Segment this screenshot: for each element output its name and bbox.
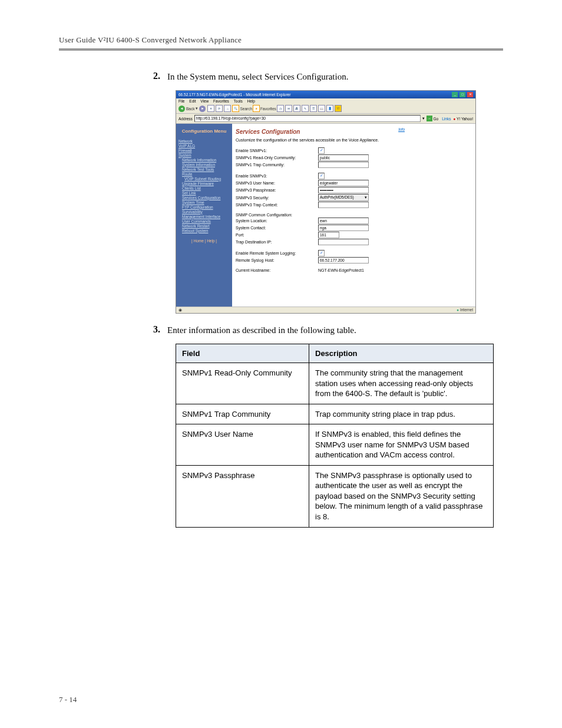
menu-help[interactable]: Help <box>247 99 255 103</box>
sidebar-item-firewall[interactable]: Firewall <box>178 149 230 153</box>
back-icon[interactable]: ◄ <box>178 106 185 112</box>
cell-desc: If SNMPv3 is enabled, this field defines… <box>309 424 494 466</box>
status-internet: ● Internet <box>457 308 473 312</box>
input-v3-trap[interactable] <box>318 202 369 208</box>
sidebar-item-sysinfo[interactable]: System Information <box>182 163 230 167</box>
menubar: File Edit View Favorites Tools Help <box>176 98 475 104</box>
edit-icon[interactable]: ✎ <box>302 105 309 112</box>
table-row: SNMPv1 Read-Only Community The community… <box>176 363 494 404</box>
favorites-icon[interactable]: ★ <box>253 105 260 112</box>
menu-favorites[interactable]: Favorites <box>213 99 229 103</box>
statusbar: ◉ ● Internet <box>176 307 475 313</box>
sidebar-item-clients[interactable]: Clients List <box>182 186 230 190</box>
yahoo-label[interactable]: ● Y! Yahoo! <box>453 117 473 121</box>
sidebar-item-systime[interactable]: System Time <box>182 200 230 205</box>
refresh-icon[interactable]: ⟳ <box>216 105 223 112</box>
input-trapip[interactable] <box>318 239 369 245</box>
table-row: SNMPv3 User Name If SNMPv3 is enabled, t… <box>176 424 494 466</box>
sidebar-item-voipalg[interactable]: VoIP ALG <box>178 144 230 148</box>
cell-field: SNMPv1 Trap Community <box>176 404 309 424</box>
sidebar-item-usercmd[interactable]: User Commands <box>182 219 230 223</box>
favorites-label[interactable]: Favorites <box>260 107 276 111</box>
input-v1-ro[interactable]: public <box>318 154 369 161</box>
sidebar-item-nettest[interactable]: Network Test Tools <box>182 167 230 172</box>
content-desc: Customize the configuration of the servi… <box>236 137 472 143</box>
close-icon[interactable]: ✕ <box>467 92 473 97</box>
minimize-icon[interactable]: _ <box>452 92 458 97</box>
titlebar: 66.52.177.5:NGT-EWN-EdgeProtect1 - Micro… <box>176 91 475 98</box>
menu-view[interactable]: View <box>200 99 209 103</box>
header-rule <box>59 48 503 51</box>
address-input[interactable]: http://63.198.179/cgi-bin/config?page=30 <box>194 115 421 122</box>
sidebar-item-netinfo[interactable]: Network Information <box>182 158 230 162</box>
mail-icon[interactable]: ✉ <box>285 105 292 112</box>
back-dropdown-icon[interactable]: ▾ <box>196 106 198 111</box>
page-header: User Guide V²IU 6400-S Converged Network… <box>59 35 503 45</box>
cell-desc: Trap community string place in trap pdus… <box>309 404 494 424</box>
address-label: Address <box>178 117 193 121</box>
address-dropdown-icon[interactable]: ▾ <box>422 116 425 121</box>
print-icon[interactable]: 🖶 <box>293 105 300 112</box>
th-desc: Description <box>309 344 494 363</box>
checkbox-enable-v3[interactable]: ✓ <box>318 173 325 179</box>
sidebar-item-voipsubnet[interactable]: VOIP Subnet Routing <box>184 177 230 181</box>
sidebar-item-route[interactable]: Route <box>182 172 230 176</box>
input-v3-user[interactable]: edgewater <box>318 180 369 186</box>
forward-icon[interactable]: ► <box>199 106 206 112</box>
yahoo-icon[interactable]: Y! <box>335 105 342 112</box>
maximize-icon[interactable]: □ <box>459 92 465 97</box>
input-v1-trap[interactable] <box>318 162 369 168</box>
content-area: Info Services Configuration Customize th… <box>232 124 475 307</box>
label-loc: System Location: <box>236 219 318 223</box>
sidebar-bottom-links[interactable]: | Home | Help | <box>178 239 230 243</box>
messenger-icon[interactable]: 👤 <box>326 105 333 112</box>
label-common: SNMP Common Configuration: <box>236 213 318 217</box>
input-v3-pass[interactable]: •••••••••• <box>318 187 369 193</box>
sidebar-item-services[interactable]: Services Configuration <box>182 196 230 200</box>
label-contact: System Contact: <box>236 226 318 230</box>
select-v3-sec[interactable]: AuthPriv(MD5/DES)▾ <box>318 194 369 201</box>
sidebar-item-network[interactable]: Network <box>178 139 230 143</box>
info-link[interactable]: Info <box>398 127 405 131</box>
table-row: SNMPv3 Passphrase The SNMPv3 passphrase … <box>176 465 494 527</box>
checkbox-remote[interactable]: ✓ <box>318 250 325 256</box>
step-2: 2. In the System menu, select Services C… <box>153 71 503 83</box>
sidebar-item-ftpconfig[interactable]: FTP Configuration <box>182 205 230 209</box>
checkbox-enable-v1[interactable]: ✓ <box>318 147 325 154</box>
label-v3-sec: SNMPv3 Security: <box>236 196 318 200</box>
menu-file[interactable]: File <box>178 99 184 103</box>
research-icon[interactable]: 📖 <box>318 105 325 112</box>
cell-field: SNMPv3 Passphrase <box>176 465 309 527</box>
step-3: 3. Enter information as described in the… <box>153 324 503 337</box>
sidebar-item-system[interactable]: System <box>178 153 230 157</box>
links-label[interactable]: Links <box>442 117 451 121</box>
label-enable-v3: Enable SNMPv3: <box>236 174 318 178</box>
input-port[interactable]: 161 <box>318 232 339 238</box>
input-contact[interactable]: nga <box>318 225 369 231</box>
cell-field: SNMPv3 User Name <box>176 424 309 466</box>
stop-icon[interactable]: ✕ <box>207 105 214 112</box>
menu-edit[interactable]: Edit <box>189 99 196 103</box>
menu-tools[interactable]: Tools <box>234 99 243 103</box>
back-label[interactable]: Back <box>186 107 194 111</box>
label-v1-ro: SNMPv1 Read-Only Community: <box>236 156 318 160</box>
input-syslog[interactable]: 66.52.177.200 <box>318 257 369 263</box>
history-icon[interactable]: ◷ <box>277 105 284 112</box>
input-loc[interactable]: ewn <box>318 218 369 224</box>
go-label[interactable]: Go <box>434 117 439 121</box>
search-label[interactable]: Search <box>240 107 252 111</box>
sidebar-item-mgmtint[interactable]: Management Interface <box>182 215 230 219</box>
home-icon[interactable]: ⌂ <box>224 105 231 112</box>
toolbar: ◄ Back ▾ ► ✕ ⟳ ⌂ 🔍 Search ★ Favorites ◷ … <box>176 104 475 114</box>
discuss-icon[interactable]: ☰ <box>310 105 317 112</box>
step-3-text: Enter information as described in the fo… <box>167 324 356 337</box>
sidebar-item-survivability[interactable]: Survivability <box>182 210 230 214</box>
sidebar-item-upgrade[interactable]: Upgrade Firmware <box>182 182 230 186</box>
cell-desc: The community string that the management… <box>309 363 494 404</box>
search-icon[interactable]: 🔍 <box>232 105 239 112</box>
go-icon[interactable]: → <box>427 116 432 121</box>
sidebar-item-reboot[interactable]: Reboot System <box>182 229 230 233</box>
sidebar-item-netrestart[interactable]: Network Restart <box>182 224 230 228</box>
sidebar-item-setlink[interactable]: Set Link <box>182 191 230 195</box>
table-row: SNMPv1 Trap Community Trap community str… <box>176 404 494 424</box>
